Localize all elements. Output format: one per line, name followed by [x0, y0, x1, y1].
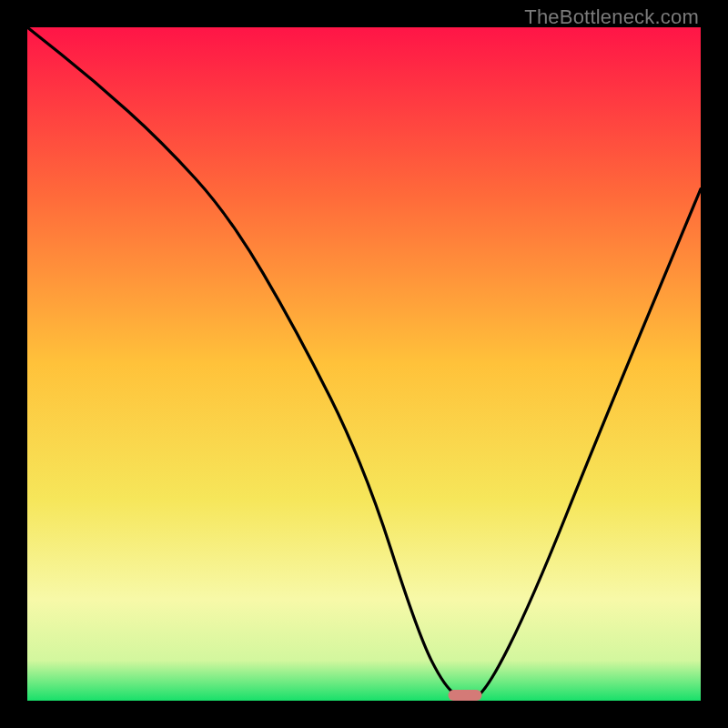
optimal-marker [449, 690, 482, 701]
plot-area [27, 27, 701, 701]
chart-frame: TheBottleneck.com [0, 0, 728, 728]
watermark-label: TheBottleneck.com [524, 5, 699, 29]
curve-line [27, 27, 701, 699]
bottleneck-curve [27, 27, 701, 701]
